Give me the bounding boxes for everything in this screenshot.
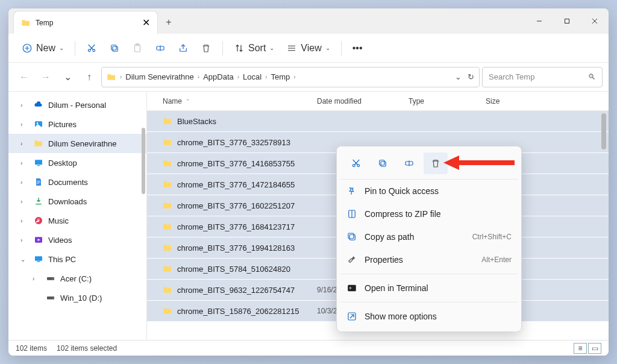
- address-bar[interactable]: › Dilum Senevirathne › AppData › Local ›…: [101, 67, 480, 87]
- close-button[interactable]: [581, 8, 609, 34]
- sidebar-item[interactable]: ›Dilum Senevirathne: [8, 134, 146, 153]
- navbar: ← → ⌄ ↑ › Dilum Senevirathne › AppData ›…: [8, 63, 609, 92]
- ctx-rename-button[interactable]: [397, 152, 421, 174]
- address-right: ⌄ ↻: [455, 72, 474, 81]
- sidebar-item[interactable]: Win_10 (D:): [8, 288, 146, 307]
- svg-rect-12: [111, 45, 116, 49]
- up-button[interactable]: ↑: [80, 67, 99, 87]
- expand-icon: [346, 311, 357, 322]
- expand-icon[interactable]: ›: [20, 237, 29, 243]
- tab-close-icon[interactable]: ✕: [142, 19, 150, 27]
- new-button[interactable]: New ⌄: [17, 38, 69, 58]
- sidebar-item[interactable]: ⌄This PC: [8, 249, 146, 269]
- details-view-button[interactable]: ≡: [574, 343, 587, 354]
- trash-icon: [201, 43, 211, 54]
- ctx-copy-button[interactable]: [371, 152, 395, 174]
- expand-icon[interactable]: ›: [20, 160, 29, 166]
- sidebar-item[interactable]: ›Pictures: [8, 115, 146, 134]
- cut-button[interactable]: [81, 38, 102, 58]
- minimize-button[interactable]: [525, 8, 553, 34]
- tab-temp[interactable]: Temp ✕: [13, 11, 158, 34]
- share-button[interactable]: [173, 38, 193, 58]
- svg-point-30: [52, 278, 53, 279]
- breadcrumb[interactable]: Dilum Senevirathne: [125, 72, 193, 81]
- ctx-cut-button[interactable]: [344, 152, 368, 174]
- scrollbar[interactable]: [601, 113, 606, 149]
- ctx-more[interactable]: Show more options: [340, 305, 518, 328]
- col-date[interactable]: Date modified: [312, 97, 404, 105]
- sort-button[interactable]: Sort ⌄: [229, 38, 279, 58]
- breadcrumb[interactable]: Local: [243, 72, 262, 81]
- sidebar-item[interactable]: ›Music: [8, 211, 146, 230]
- back-button[interactable]: ←: [14, 67, 34, 87]
- file-name: BlueStacks: [177, 117, 216, 126]
- breadcrumb-sep: ›: [120, 74, 122, 80]
- window-controls: [525, 8, 609, 34]
- copy-button[interactable]: [104, 38, 125, 58]
- expand-icon[interactable]: ›: [20, 218, 29, 224]
- explorer-window: Temp ✕ + New ⌄ Sort ⌄ View: [8, 8, 609, 356]
- expand-icon[interactable]: ›: [20, 121, 29, 128]
- expand-icon[interactable]: ›: [20, 140, 29, 147]
- sidebar-item-label: Music: [48, 216, 69, 225]
- folder-icon: [163, 116, 172, 126]
- expand-icon[interactable]: ›: [20, 102, 29, 108]
- maximize-button[interactable]: [553, 8, 581, 34]
- expand-icon[interactable]: ›: [20, 179, 29, 186]
- folder-icon: [163, 243, 172, 253]
- search-icon: 🔍︎: [588, 72, 596, 81]
- file-name: chrome_BITS_5784_510624820: [177, 265, 290, 274]
- recent-button[interactable]: ⌄: [58, 67, 77, 87]
- trash-icon: [430, 158, 441, 169]
- ctx-properties[interactable]: Properties Alt+Enter: [340, 248, 518, 271]
- titlebar: Temp ✕ +: [8, 8, 609, 34]
- breadcrumb[interactable]: Temp: [271, 72, 290, 81]
- annotation-arrow: [442, 153, 521, 172]
- sidebar-item-label: Dilum - Personal: [48, 101, 106, 110]
- toolbar: New ⌄ Sort ⌄ View ⌄ •••: [8, 34, 609, 63]
- col-type[interactable]: Type: [404, 97, 481, 105]
- sidebar-item[interactable]: ›Documents: [8, 172, 146, 192]
- separator: [75, 41, 75, 55]
- sidebar-item-label: Documents: [48, 178, 88, 187]
- icons-view-button[interactable]: ▭: [588, 343, 601, 354]
- ctx-pin[interactable]: Pin to Quick access: [340, 180, 518, 202]
- folder-icon: [163, 180, 172, 189]
- copy-icon: [377, 158, 388, 169]
- svg-rect-24: [37, 165, 40, 166]
- paste-button[interactable]: [127, 38, 148, 58]
- expand-icon[interactable]: ›: [33, 275, 41, 282]
- chevron-down-icon[interactable]: ⌄: [455, 72, 462, 81]
- refresh-button[interactable]: ↻: [468, 72, 474, 81]
- sidebar-item[interactable]: ›Videos: [8, 230, 146, 249]
- breadcrumb-sep: ›: [198, 74, 199, 80]
- svg-rect-11: [113, 46, 117, 51]
- delete-button[interactable]: [196, 38, 216, 58]
- col-name[interactable]: Name ⌃: [158, 97, 312, 105]
- svg-point-33: [352, 165, 355, 167]
- table-row[interactable]: BlueStacks: [147, 111, 609, 132]
- scrollbar[interactable]: [142, 128, 145, 194]
- chevron-down-icon: ⌄: [269, 45, 274, 51]
- more-button[interactable]: •••: [348, 38, 368, 58]
- sidebar-item-label: Downloads: [48, 197, 87, 206]
- view-label: View: [301, 43, 321, 54]
- expand-icon[interactable]: ⌄: [20, 256, 29, 263]
- sidebar-item[interactable]: ›Dilum - Personal: [8, 95, 146, 115]
- ctx-copy-path[interactable]: Copy as path Ctrl+Shift+C: [340, 225, 518, 248]
- forward-button[interactable]: →: [36, 67, 55, 87]
- col-size[interactable]: Size: [481, 97, 609, 105]
- expand-icon[interactable]: ›: [20, 198, 29, 205]
- ctx-terminal[interactable]: Open in Terminal: [340, 277, 518, 300]
- rename-button[interactable]: [150, 38, 171, 58]
- search-input[interactable]: Search Temp 🔍︎: [482, 67, 603, 87]
- breadcrumb[interactable]: AppData: [203, 72, 234, 81]
- sidebar-item[interactable]: ›Acer (C:): [8, 269, 146, 288]
- sidebar-item[interactable]: ›Downloads: [8, 192, 146, 211]
- ctx-zip[interactable]: Compress to ZIP file: [340, 202, 518, 225]
- view-button[interactable]: View ⌄: [281, 38, 334, 58]
- separator: [340, 274, 518, 274]
- new-tab-button[interactable]: +: [158, 11, 180, 34]
- folder-icon: [163, 306, 172, 316]
- sidebar-item[interactable]: ›Desktop: [8, 153, 146, 172]
